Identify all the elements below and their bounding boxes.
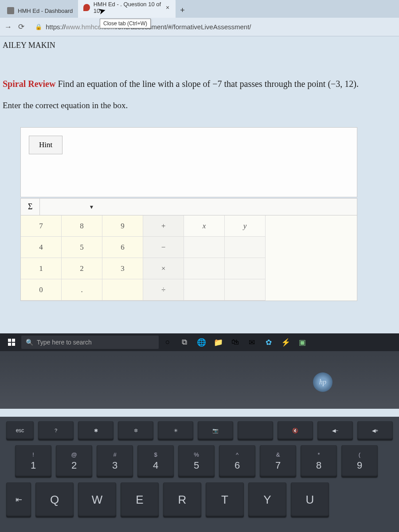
- kb-e: E: [121, 482, 159, 517]
- key-4[interactable]: 4: [21, 237, 62, 258]
- key-1[interactable]: 1: [21, 258, 62, 279]
- laptop-bezel: [0, 351, 399, 409]
- key-minus[interactable]: −: [143, 237, 184, 258]
- tab-title: HMH Ed - Dashboard: [18, 8, 73, 14]
- kb-7: &7: [260, 445, 296, 477]
- start-button[interactable]: [3, 333, 20, 351]
- key-7[interactable]: 7: [21, 215, 62, 237]
- kb-esc: esc: [6, 421, 34, 440]
- kb-9: (9: [341, 445, 378, 477]
- key-divide[interactable]: ÷: [143, 279, 184, 301]
- kb-f6: [238, 421, 273, 440]
- math-keypad: Σ ▼ 7 4 1 0 8 5 2 . 9 6 3 +: [20, 198, 396, 301]
- browser-tab-bar: HMH Ed - Dashboard HMH Ed - . Question 1…: [0, 0, 399, 18]
- key-blank: [102, 279, 143, 301]
- tab-favicon: [83, 4, 90, 11]
- kb-5: %5: [178, 445, 215, 477]
- kb-2: @2: [56, 445, 92, 477]
- reload-button[interactable]: ⟳: [18, 22, 24, 31]
- key-x[interactable]: x: [184, 215, 225, 237]
- kb-f8: ◀−: [317, 421, 353, 440]
- key-5[interactable]: 5: [62, 237, 102, 258]
- key-blank: [225, 279, 266, 301]
- key-blank: [184, 258, 225, 279]
- lock-icon: 🔒: [35, 23, 42, 30]
- key-times[interactable]: ×: [143, 258, 184, 279]
- tab-favicon: [7, 7, 14, 14]
- physical-keyboard: esc ? ✱ ✲ ✳ 📷 🔇 ◀− ◀+ !1 @2 #3 $4 %5 ^6 …: [0, 417, 399, 532]
- key-2[interactable]: 2: [62, 258, 102, 279]
- kb-w: W: [78, 482, 116, 517]
- key-blank: [184, 279, 225, 301]
- taskbar-search[interactable]: 🔍 Type here to search: [21, 336, 159, 349]
- instruction-text: Enter the correct equation in the box.: [3, 101, 396, 110]
- kb-tab: ⇤: [6, 482, 31, 517]
- page-content: AILEY MAKIN Spiral Review Find an equati…: [0, 36, 399, 305]
- kb-f2: ✱: [78, 421, 113, 440]
- keypad-header: Σ ▼: [20, 198, 357, 215]
- groupme-icon[interactable]: ✿: [261, 333, 277, 351]
- windows-taskbar: 🔍 Type here to search ○ ⧉ 🌐 📁 🛍 ✉ ✿ ⚡ ▣: [0, 333, 399, 351]
- svg-rect-3: [12, 343, 15, 346]
- mail-icon[interactable]: ✉: [244, 333, 260, 351]
- key-6[interactable]: 6: [102, 237, 143, 258]
- answer-box: Hint: [20, 127, 357, 197]
- search-placeholder: Type here to search: [37, 339, 92, 346]
- key-blank: [225, 237, 266, 258]
- kb-f3: ✲: [118, 421, 153, 440]
- kb-f9: ◀+: [357, 421, 393, 440]
- cortana-icon[interactable]: ○: [160, 333, 176, 351]
- key-8[interactable]: 8: [62, 215, 102, 237]
- key-blank: [184, 237, 225, 258]
- key-dot[interactable]: .: [62, 279, 102, 301]
- answer-input-area[interactable]: [21, 162, 357, 197]
- key-y[interactable]: y: [225, 215, 266, 237]
- search-icon: 🔍: [26, 339, 33, 346]
- kb-f7: 🔇: [278, 421, 313, 440]
- hp-logo: hp: [313, 372, 332, 392]
- kb-6: ^6: [219, 445, 255, 477]
- task-view-icon[interactable]: ⧉: [176, 333, 192, 351]
- edge-icon[interactable]: 🌐: [193, 333, 209, 351]
- kb-1: !1: [15, 445, 51, 477]
- hint-button[interactable]: Hint: [29, 136, 63, 154]
- student-name: AILEY MAKIN: [3, 41, 396, 50]
- browser-tab-dashboard[interactable]: HMH Ed - Dashboard: [2, 4, 78, 18]
- question-text: Spiral Review Find an equation of the li…: [3, 77, 396, 91]
- kb-f5: 📷: [198, 421, 233, 440]
- svg-rect-0: [8, 339, 11, 342]
- kb-t: T: [206, 482, 244, 517]
- key-9[interactable]: 9: [102, 215, 143, 237]
- key-plus[interactable]: +: [143, 215, 184, 237]
- new-tab-button[interactable]: +: [176, 3, 189, 18]
- key-3[interactable]: 3: [102, 258, 143, 279]
- kb-8: *8: [301, 445, 337, 477]
- svg-rect-2: [8, 343, 11, 346]
- kb-y: Y: [248, 482, 286, 517]
- spiral-review-label: Spiral Review: [3, 79, 55, 89]
- kb-f4: ✳: [158, 421, 193, 440]
- kb-r: R: [163, 482, 201, 517]
- store-icon[interactable]: 🛍: [227, 333, 243, 351]
- address-bar: → ⟳ 🔒 https://www.hmhco.com/one/assessme…: [0, 18, 399, 36]
- close-tab-button[interactable]: ×: [165, 4, 170, 11]
- browser-tab-question[interactable]: HMH Ed - . Question 10 of 10 ×: [78, 0, 176, 18]
- kb-4: $4: [137, 445, 174, 477]
- kb-q: Q: [35, 482, 74, 517]
- keypad-dropdown[interactable]: ▼: [89, 204, 94, 210]
- kb-3: #3: [97, 445, 133, 477]
- file-explorer-icon[interactable]: 📁: [210, 333, 226, 351]
- app-icon[interactable]: ⚡: [278, 333, 293, 351]
- close-tab-tooltip: Close tab (Ctrl+W): [100, 19, 151, 28]
- keypad-grid: 7 4 1 0 8 5 2 . 9 6 3 + − × ÷: [20, 215, 357, 301]
- kb-u: U: [291, 482, 329, 517]
- svg-rect-1: [12, 339, 15, 342]
- sigma-tab[interactable]: Σ: [21, 199, 40, 215]
- key-0[interactable]: 0: [21, 279, 62, 301]
- kb-f1: ?: [38, 421, 74, 440]
- forward-button[interactable]: →: [4, 23, 12, 31]
- key-blank: [225, 258, 266, 279]
- app-icon-2[interactable]: ▣: [294, 333, 310, 351]
- url-field[interactable]: 🔒 https://www.hmhco.com/one/assessment/#…: [31, 20, 395, 33]
